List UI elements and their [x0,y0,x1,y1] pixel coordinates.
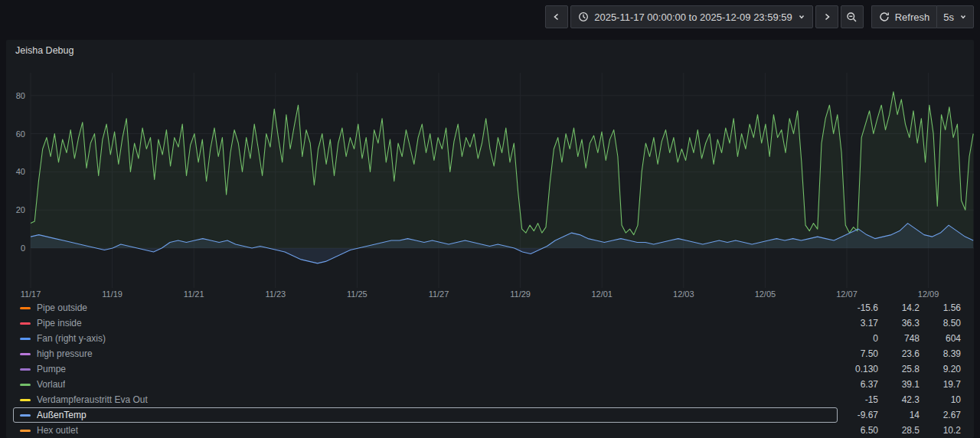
legend-row: Verdampferaustritt Eva Out-1542.310 [6,392,974,407]
legend-label: Verdampferaustritt Eva Out [37,394,148,405]
zoom-out-icon [846,11,858,23]
legend-label: Hex outlet [37,425,78,436]
svg-text:11/23: 11/23 [265,289,286,299]
svg-text:60: 60 [16,129,25,139]
legend-item-fan-right-y-axis-[interactable]: Fan (right y-axis) [14,332,837,345]
legend-value: 748 [878,333,920,344]
legend-value: 7.50 [837,348,878,359]
time-shift-forward-button[interactable] [815,5,838,28]
legend-item-pumpe[interactable]: Pumpe [14,362,837,376]
time-range-label: 2025-11-17 00:00:00 to 2025-12-09 23:59:… [594,11,792,23]
legend-row: Pipe outside-15.614.21.56 [6,300,974,315]
legend-value: 42.3 [878,394,920,405]
series-color-swatch [20,399,31,401]
svg-text:11/25: 11/25 [347,289,368,299]
legend-row: Pumpe0.13025.89.20 [6,361,974,377]
clock-icon [578,11,589,22]
legend-value: 1.56 [920,302,961,313]
legend-label: AußenTemp [37,410,87,420]
legend-label: Fan (right y-axis) [37,333,106,344]
caret-down-icon [798,13,805,21]
svg-text:12/09: 12/09 [918,289,939,299]
legend-value: 6.50 [837,425,878,436]
svg-text:11/29: 11/29 [510,289,531,299]
svg-text:20: 20 [16,205,25,214]
svg-text:11/27: 11/27 [429,289,449,299]
legend-table: Pipe outside-15.614.21.56Pipe inside3.17… [6,300,974,438]
series-color-swatch [20,384,31,386]
refresh-interval-dropdown[interactable]: 5s [936,5,974,28]
panel-jeisha-debug: Jeisha Debug 11/1711/1911/2111/2311/2511… [6,40,974,438]
legend-value: 14 [878,410,920,420]
svg-text:12/01: 12/01 [591,289,612,299]
caret-down-icon [959,13,967,21]
chevron-left-icon [552,12,561,21]
legend-row: Fan (right y-axis)0748604 [6,331,974,346]
series-color-swatch [20,353,31,355]
legend-value: 8.50 [920,318,961,328]
legend-row: high pressure7.5023.68.39 [6,346,974,361]
svg-text:11/19: 11/19 [102,289,122,299]
svg-text:11/17: 11/17 [21,289,41,299]
legend-value: 8.39 [920,348,961,359]
svg-text:40: 40 [16,167,25,176]
legend-item-high-pressure[interactable]: high pressure [14,347,837,361]
svg-text:12/03: 12/03 [673,289,694,299]
legend-row: Vorlauf6.3739.119.7 [6,377,974,392]
time-shift-back-button[interactable] [545,5,568,28]
legend-item-pipe-inside[interactable]: Pipe inside [14,316,837,330]
legend-value: -9.67 [837,410,878,420]
legend-value: 23.6 [878,348,920,359]
panel-title[interactable]: Jeisha Debug [15,45,74,56]
legend-value: 0.130 [837,364,878,374]
legend-label: Pipe inside [37,318,82,328]
legend-label: Vorlauf [37,379,65,390]
legend-value: 10.2 [920,425,961,436]
legend-row: AußenTemp-9.67142.67 [6,407,974,423]
legend-value: 9.20 [920,364,961,374]
legend-value: 0 [837,333,878,344]
zoom-out-button[interactable] [841,5,864,28]
panel-header: Jeisha Debug [6,40,974,61]
refresh-button[interactable]: Refresh [871,5,937,28]
legend-label: Pumpe [37,364,66,374]
time-series-chart[interactable]: 11/1711/1911/2111/2311/2511/2711/2912/01… [6,69,974,300]
legend-row: Hex outlet6.5028.510.2 [6,423,974,438]
legend-value: 25.8 [878,364,920,374]
series-color-swatch [20,414,31,417]
legend-label: Pipe outside [37,302,87,313]
series-color-swatch [20,430,31,432]
legend-label: high pressure [37,348,93,359]
refresh-interval-value: 5s [943,11,954,23]
legend-value: 14.2 [878,302,920,313]
legend-value: 10 [920,394,961,405]
svg-text:12/07: 12/07 [836,289,858,299]
top-toolbar: 2025-11-17 00:00:00 to 2025-12-09 23:59:… [0,0,980,34]
legend-value: 19.7 [920,379,961,390]
legend-value: 28.5 [878,425,920,436]
refresh-icon [879,11,890,22]
legend-item-au-entemp[interactable]: AußenTemp [14,408,837,422]
svg-text:11/21: 11/21 [184,289,204,299]
svg-text:0: 0 [21,244,25,253]
legend-value: -15 [837,394,878,405]
legend-item-pipe-outside[interactable]: Pipe outside [14,301,837,315]
refresh-label: Refresh [895,11,930,23]
series-color-swatch [20,307,31,309]
time-range-picker[interactable]: 2025-11-17 00:00:00 to 2025-12-09 23:59:… [570,5,813,28]
legend-value: 36.3 [878,318,920,328]
legend-item-verdampferaustritt-eva-out[interactable]: Verdampferaustritt Eva Out [14,393,837,407]
legend-row: Pipe inside3.1736.38.50 [6,315,974,331]
svg-text:80: 80 [16,91,25,100]
chevron-right-icon [822,12,831,21]
legend-value: 39.1 [878,379,920,390]
series-color-swatch [20,368,31,371]
legend-item-hex-outlet[interactable]: Hex outlet [14,423,837,437]
legend-value: 3.17 [837,318,878,328]
legend-value: 6.37 [837,379,878,390]
legend-value: 604 [920,333,961,344]
svg-text:12/05: 12/05 [755,289,776,299]
grafana-app: 2025-11-17 00:00:00 to 2025-12-09 23:59:… [0,0,980,438]
refresh-controls: Refresh 5s [871,5,974,28]
legend-item-vorlauf[interactable]: Vorlauf [14,378,837,391]
